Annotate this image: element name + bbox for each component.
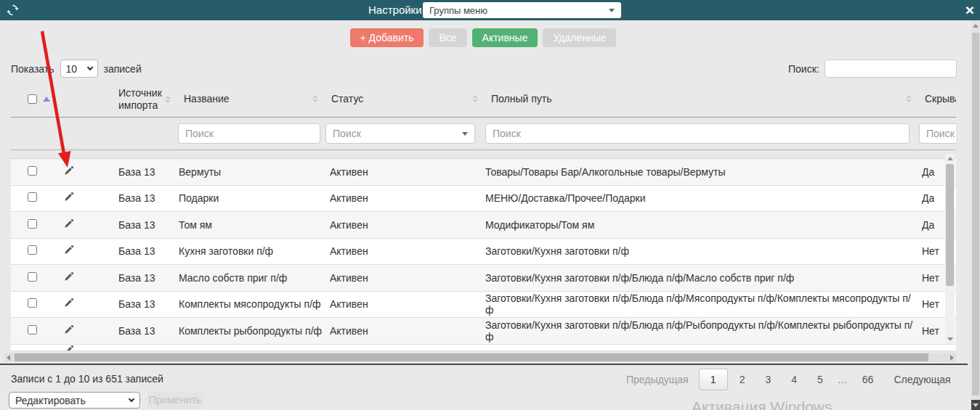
- scrollbar-thumb[interactable]: [946, 164, 954, 286]
- cell-path: Заготовки/Кухня заготовки п/ф: [485, 245, 919, 257]
- sort-icon: [312, 95, 318, 102]
- search-label: Поиск:: [788, 63, 819, 75]
- table-row: База 13 Масло собств приг п/ф Активен За…: [11, 265, 956, 292]
- select-all-checkbox[interactable]: [28, 94, 37, 104]
- search-input[interactable]: [825, 60, 957, 78]
- scroll-up-icon[interactable]: [973, 24, 979, 28]
- filter-deleted-button[interactable]: Удаленные: [543, 28, 616, 47]
- cell-status: Активен: [325, 272, 485, 284]
- data-table: Источник импорта Название Статус Полный …: [11, 81, 956, 351]
- chevron-down-icon: [86, 65, 92, 70]
- filter-name-input[interactable]: [178, 123, 320, 144]
- pagination-page[interactable]: 2: [729, 374, 756, 385]
- pencil-icon[interactable]: [63, 165, 74, 179]
- cell-path: Модификаторы/Том ям: [485, 219, 919, 231]
- refresh-icon[interactable]: [7, 4, 20, 17]
- records-label: записей: [104, 63, 142, 75]
- table-bottom-border: [0, 364, 968, 365]
- row-checkbox[interactable]: [28, 219, 37, 229]
- cell-name: Комплекты рыбопродукты п/ф: [178, 325, 325, 337]
- table-row: База 13 Том ям Активен Модификаторы/Том …: [11, 212, 956, 239]
- pencil-icon[interactable]: [63, 245, 74, 258]
- windows-activation-watermark: Активация Windows: [692, 398, 833, 410]
- filter-hide-input[interactable]: [919, 123, 956, 144]
- pagination-page[interactable]: 4: [781, 374, 807, 385]
- table-scrollbar-vertical[interactable]: [945, 154, 955, 344]
- chevron-down-icon: [609, 9, 615, 12]
- toolbar: + Добавить Все Активные Удаленные: [0, 28, 966, 47]
- cell-status: Активен: [325, 219, 485, 231]
- row-checkbox[interactable]: [28, 272, 37, 282]
- sort-icon: [472, 95, 478, 102]
- pagination-page-current[interactable]: 1: [699, 369, 728, 390]
- cell-path: Заготовки/Кухня заготовки п/ф/Блюда п/ф/…: [485, 292, 919, 316]
- apply-button[interactable]: Применить: [147, 392, 203, 409]
- select-all-cell: [11, 94, 54, 104]
- add-button[interactable]: + Добавить: [350, 28, 424, 47]
- scroll-right-icon[interactable]: [950, 355, 954, 361]
- bulk-action-select[interactable]: Редактировать: [9, 392, 140, 409]
- pagination-page[interactable]: 66: [852, 374, 884, 385]
- cell-name: Масло собств приг п/ф: [178, 272, 325, 284]
- pagination-previous[interactable]: Предыдущая: [626, 374, 697, 385]
- pencil-icon[interactable]: [63, 324, 74, 337]
- settings-section-dropdown[interactable]: Группы меню: [423, 2, 621, 18]
- scroll-left-icon[interactable]: [7, 355, 10, 361]
- bulk-action-value: Редактировать: [15, 395, 86, 406]
- bulk-action-bar: Редактировать Применить: [9, 392, 203, 409]
- cell-name: Том ям: [178, 219, 325, 231]
- filter-path-input[interactable]: [485, 123, 910, 144]
- row-checkbox[interactable]: [28, 166, 37, 176]
- records-info: Записи с 1 до 10 из 651 записей: [11, 373, 163, 385]
- page-scrollbar-vertical[interactable]: [971, 20, 980, 410]
- sort-asc-icon: [43, 97, 50, 102]
- row-checkbox[interactable]: [28, 192, 37, 202]
- scroll-down-icon[interactable]: [947, 337, 953, 341]
- scroll-up-icon[interactable]: [947, 157, 953, 160]
- pencil-icon[interactable]: [63, 218, 74, 231]
- close-icon[interactable]: ×: [965, 1, 974, 20]
- row-checkbox[interactable]: [28, 245, 37, 255]
- pagination-page[interactable]: 3: [755, 374, 781, 385]
- scroll-down-icon[interactable]: [971, 400, 980, 410]
- page-size-select[interactable]: 10: [60, 60, 98, 78]
- page-size-value: 10: [66, 63, 78, 75]
- filter-all-button[interactable]: Все: [429, 28, 466, 47]
- column-header-name[interactable]: Название: [178, 93, 325, 105]
- cell-status: Активен: [325, 325, 485, 337]
- settings-modal: Настройки Группы меню × + Добавить Все А…: [0, 0, 980, 410]
- cell-name: Комплекты мясопродукты п/ф: [178, 298, 325, 310]
- pagination-page[interactable]: 5: [807, 374, 833, 385]
- cell-path: Товары/Товары Бар/Алкогольные товары/Вер…: [485, 166, 919, 178]
- table-row: База 13 Кухня заготовки п/ф Активен Заго…: [11, 239, 956, 266]
- page-size-control: Показать 10 записей: [11, 60, 142, 78]
- scrollbar-thumb[interactable]: [972, 33, 979, 395]
- column-header-source[interactable]: Источник импорта: [118, 87, 178, 112]
- settings-section-value: Группы меню: [429, 5, 487, 16]
- cell-name: Вермуты: [178, 166, 325, 178]
- column-header-status[interactable]: Статус: [325, 93, 485, 105]
- pencil-icon[interactable]: [63, 298, 74, 311]
- row-checkbox[interactable]: [28, 298, 37, 308]
- pencil-icon[interactable]: [63, 271, 74, 284]
- cell-path: МЕНЮ/Доставка/Прочее/Подарки: [485, 192, 919, 204]
- cell-source: База 13: [118, 192, 178, 204]
- column-header-hide[interactable]: Скрыва: [919, 93, 956, 105]
- cell-source: База 13: [118, 166, 178, 178]
- row-checkbox[interactable]: [28, 325, 37, 335]
- cell-source: База 13: [118, 219, 178, 231]
- filter-status-select[interactable]: Поиск: [325, 123, 475, 144]
- table-header-row: Источник импорта Название Статус Полный …: [11, 81, 956, 118]
- table-scrollbar-horizontal[interactable]: [4, 353, 956, 362]
- pagination-next[interactable]: Следующая: [883, 374, 950, 385]
- scrollbar-thumb[interactable]: [15, 353, 928, 361]
- cell-path: Заготовки/Кухня заготовки п/ф/Блюда п/ф/…: [485, 319, 919, 343]
- column-header-path[interactable]: Полный путь: [485, 93, 919, 105]
- pagination-ellipsis: …: [833, 374, 852, 385]
- pencil-icon[interactable]: [63, 192, 74, 205]
- table-row: База 13 Вермуты Активен Товары/Товары Ба…: [11, 159, 956, 186]
- table-row: База 13 Комплекты рыбопродукты п/ф Актив…: [11, 318, 956, 345]
- cell-status: Активен: [325, 298, 485, 310]
- filter-active-button[interactable]: Активные: [472, 28, 538, 47]
- cell-status: Активен: [325, 166, 485, 178]
